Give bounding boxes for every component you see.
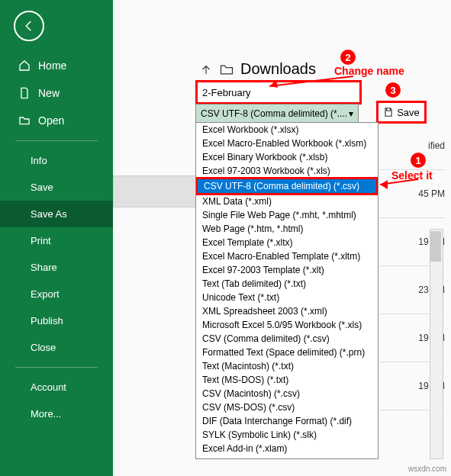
watermark: wsxdn.com <box>408 465 446 473</box>
filetype-option[interactable]: Excel Macro-Enabled Workbook (*.xlsm) <box>196 137 378 150</box>
save-button-label: Save <box>397 107 420 118</box>
sidebar-item-info[interactable]: Info <box>0 147 113 174</box>
filetype-option[interactable]: CSV (Macintosh) (*.csv) <box>196 387 378 400</box>
back-button[interactable] <box>14 11 44 41</box>
up-arrow-icon <box>199 63 213 76</box>
filetype-dropdown-list: Excel Workbook (*.xlsx)Excel Macro-Enabl… <box>195 122 379 459</box>
sidebar-item-save[interactable]: Save <box>0 174 113 201</box>
sidebar-item-new[interactable]: New <box>0 79 113 107</box>
annotation-3: 3 <box>385 82 401 98</box>
sidebar-item-open[interactable]: Open <box>0 107 113 134</box>
filetype-option[interactable]: Single File Web Page (*.mht, *.mhtml) <box>196 208 378 222</box>
sidebar-label: New <box>38 87 60 99</box>
sidebar-item-account[interactable]: Account <box>0 374 113 400</box>
filetype-option[interactable]: DIF (Data Interchange Format) (*.dif) <box>196 414 378 428</box>
annotation-1: 1 <box>411 153 426 168</box>
filetype-option[interactable]: Excel Binary Workbook (*.xlsb) <box>196 150 378 164</box>
filetype-option[interactable]: Excel 97-2003 Template (*.xlt) <box>196 263 378 277</box>
sidebar-item-close[interactable]: Close <box>0 334 113 361</box>
new-icon <box>18 87 31 99</box>
sidebar: Home New Open Info Save Save As Print Sh… <box>0 0 113 476</box>
filetype-option[interactable]: Excel Workbook (*.xlsx) <box>196 123 378 137</box>
back-arrow-icon <box>22 19 36 33</box>
filetype-option[interactable]: CSV UTF-8 (Comma delimited) (*.csv) <box>195 177 379 195</box>
gray-placeholder <box>113 175 198 207</box>
filetype-option[interactable]: Unicode Text (*.txt) <box>196 291 378 304</box>
filetype-option[interactable]: Excel Add-in (*.xlam) <box>196 442 378 455</box>
filetype-option[interactable]: Excel Macro-Enabled Template (*.xltm) <box>196 249 378 263</box>
home-icon <box>18 60 31 72</box>
filetype-option[interactable]: CSV (Comma delimited) (*.csv) <box>196 332 378 346</box>
separator <box>15 140 98 141</box>
save-button[interactable]: Save <box>376 101 427 124</box>
sidebar-item-print[interactable]: Print <box>0 227 113 254</box>
scrollbar-thumb[interactable] <box>430 231 441 262</box>
filetype-option[interactable]: SYLK (Symbolic Link) (*.slk) <box>196 428 378 442</box>
filetype-option[interactable]: Text (MS-DOS) (*.txt) <box>196 373 378 387</box>
filetype-option[interactable]: Web Page (*.htm, *.html) <box>196 222 378 236</box>
svg-line-0 <box>269 76 353 86</box>
filetype-option[interactable]: Microsoft Excel 5.0/95 Workbook (*.xls) <box>196 318 378 332</box>
annotation-arrow-1 <box>376 175 422 191</box>
filetype-option[interactable]: Formatted Text (Space delimited) (*.prn) <box>196 346 378 359</box>
chevron-down-icon: ▾ <box>349 108 353 119</box>
sidebar-item-save-as[interactable]: Save As <box>0 201 113 227</box>
sidebar-item-publish[interactable]: Publish <box>0 307 113 334</box>
sidebar-item-export[interactable]: Export <box>0 281 113 307</box>
annotation-arrow-2 <box>266 72 357 88</box>
folder-icon <box>219 62 234 77</box>
main-panel: Downloads Save CSV UTF-8 (Comma delimite… <box>113 0 451 476</box>
sidebar-label: Home <box>38 60 66 72</box>
filetype-option[interactable]: CSV (MS-DOS) (*.csv) <box>196 400 378 414</box>
sidebar-item-home[interactable]: Home <box>0 52 113 79</box>
open-icon <box>18 114 31 127</box>
scrollbar[interactable] <box>430 229 443 459</box>
sidebar-label: Open <box>38 114 64 127</box>
sidebar-item-share[interactable]: Share <box>0 254 113 281</box>
filetype-option[interactable]: Excel Template (*.xltx) <box>196 236 378 249</box>
annotation-2: 2 <box>340 50 356 65</box>
separator <box>15 367 98 368</box>
filetype-dropdown[interactable]: CSV UTF-8 (Comma delimited) (*.... ▾ <box>195 104 359 124</box>
filetype-option[interactable]: XML Data (*.xml) <box>196 195 378 208</box>
dropdown-selected-text: CSV UTF-8 (Comma delimited) (*.... <box>201 108 347 119</box>
svg-marker-3 <box>380 180 388 189</box>
filetype-option[interactable]: Excel 97-2003 Workbook (*.xls) <box>196 164 378 178</box>
filetype-option[interactable]: Text (Tab delimited) (*.txt) <box>196 277 378 291</box>
save-icon <box>383 107 394 117</box>
sidebar-item-more[interactable]: More... <box>0 400 113 427</box>
filetype-option[interactable]: Text (Macintosh) (*.txt) <box>196 359 378 373</box>
filetype-option[interactable]: XML Spreadsheet 2003 (*.xml) <box>196 304 378 318</box>
